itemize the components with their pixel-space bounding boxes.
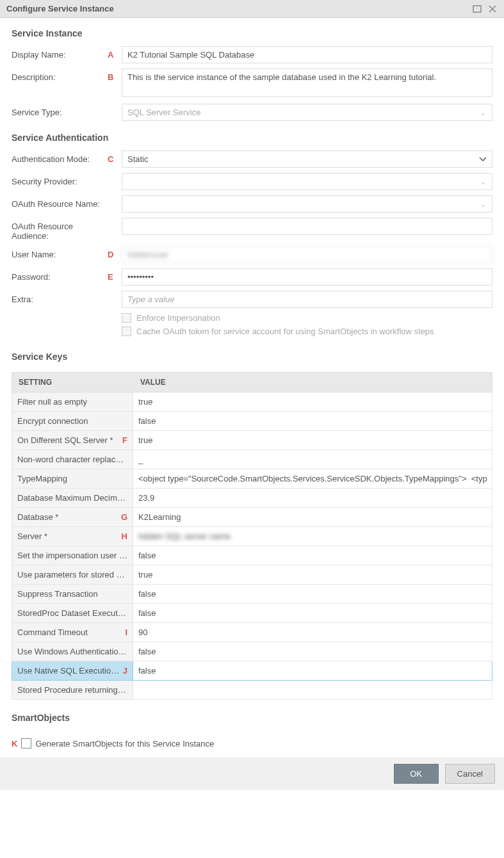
- value-cell[interactable]: [133, 546, 492, 565]
- enforce-impersonation-checkbox[interactable]: [122, 313, 131, 323]
- value-input[interactable]: [138, 685, 487, 695]
- value-input[interactable]: [138, 416, 487, 426]
- display-name-input[interactable]: [122, 46, 492, 63]
- ok-button[interactable]: OK: [394, 764, 439, 784]
- setting-cell: Non-word character replaceme…: [12, 450, 133, 469]
- table-row[interactable]: Server *H: [12, 527, 492, 546]
- setting-label: StoredProc Dataset Execution: [17, 608, 127, 618]
- setting-label: Database Maximum Decimal Va…: [17, 493, 127, 503]
- value-input[interactable]: [138, 397, 487, 407]
- value-input[interactable]: [138, 551, 487, 560]
- table-row[interactable]: Command TimeoutI: [12, 623, 492, 642]
- cache-oauth-checkbox[interactable]: [122, 327, 131, 336]
- table-row[interactable]: Non-word character replaceme…: [12, 450, 492, 469]
- value-cell[interactable]: [133, 585, 492, 604]
- cache-oauth-label: Cache OAuth token for service account fo…: [136, 327, 434, 336]
- table-row[interactable]: Database *G: [12, 508, 492, 527]
- value-cell[interactable]: [133, 508, 492, 527]
- setting-cell: Use Windows Authentication fo…: [12, 642, 133, 661]
- auth-mode-select[interactable]: Static: [122, 150, 492, 168]
- oauth-resource-label: OAuth Resource Name:: [12, 195, 108, 209]
- value-input[interactable]: [138, 474, 487, 483]
- oauth-audience-label: OAuth Resource Audience:: [12, 218, 108, 241]
- username-input[interactable]: [122, 246, 492, 263]
- value-cell[interactable]: [133, 623, 492, 642]
- value-input[interactable]: [138, 435, 487, 445]
- table-row[interactable]: Stored Procedure returning XM…: [12, 681, 492, 700]
- setting-label: Use parameters for stored proc…: [17, 570, 127, 579]
- value-cell[interactable]: [133, 489, 492, 508]
- value-input[interactable]: [138, 570, 487, 579]
- table-header: SETTING VALUE: [12, 372, 492, 393]
- value-cell[interactable]: [133, 469, 492, 489]
- oauth-resource-select[interactable]: ⌄: [122, 195, 492, 213]
- setting-label: Use Native SQL Execution *: [17, 666, 120, 676]
- table-row[interactable]: StoredProc Dataset Execution: [12, 604, 492, 623]
- value-input[interactable]: [138, 647, 487, 656]
- value-cell[interactable]: [133, 393, 492, 412]
- table-row[interactable]: Encrypt connection: [12, 412, 492, 431]
- marker-d: D: [108, 246, 122, 259]
- value-input[interactable]: [138, 455, 487, 464]
- table-row[interactable]: Filter null as empty: [12, 393, 492, 412]
- section-service-keys: Service Keys: [12, 352, 492, 362]
- security-provider-select[interactable]: ⌄: [122, 173, 492, 190]
- value-input[interactable]: [138, 589, 487, 599]
- value-cell[interactable]: [133, 450, 492, 469]
- value-input[interactable]: [138, 531, 487, 541]
- table-row[interactable]: Use parameters for stored proc…: [12, 565, 492, 585]
- value-cell[interactable]: [133, 431, 492, 450]
- svg-rect-0: [473, 6, 481, 12]
- setting-cell: Filter null as empty: [12, 393, 133, 412]
- table-row[interactable]: TypeMapping: [12, 469, 492, 489]
- extra-input[interactable]: [122, 291, 492, 308]
- value-input[interactable]: [138, 608, 487, 618]
- table-row[interactable]: Use Windows Authentication fo…: [12, 642, 492, 661]
- setting-cell: Use Native SQL Execution *J: [12, 661, 133, 681]
- setting-cell: Use parameters for stored proc…: [12, 565, 133, 585]
- setting-label: Set the impersonation user on t…: [17, 551, 127, 560]
- table-row[interactable]: Database Maximum Decimal Va…: [12, 489, 492, 508]
- value-input[interactable]: [138, 493, 487, 503]
- setting-label: Database *: [17, 512, 118, 522]
- setting-label: Encrypt connection: [17, 416, 127, 426]
- value-cell[interactable]: [133, 412, 492, 431]
- setting-label: TypeMapping: [17, 474, 127, 483]
- chevron-down-icon: ⌄: [480, 199, 487, 209]
- service-keys-table: SETTING VALUE Filter null as emptyEncryp…: [12, 372, 492, 700]
- service-type-select[interactable]: SQL Server Service ⌄: [122, 104, 492, 121]
- password-label: Password:: [12, 268, 108, 282]
- setting-cell: Stored Procedure returning XM…: [12, 681, 133, 700]
- description-input[interactable]: This is the service instance of the samp…: [122, 69, 492, 97]
- value-input[interactable]: [138, 666, 487, 676]
- oauth-audience-input[interactable]: [122, 218, 492, 235]
- value-cell[interactable]: [133, 642, 492, 661]
- value-cell[interactable]: [133, 565, 492, 585]
- value-cell[interactable]: [133, 681, 492, 700]
- setting-cell: TypeMapping: [12, 469, 133, 489]
- titlebar-controls: [472, 4, 498, 13]
- value-cell[interactable]: [133, 527, 492, 546]
- table-row[interactable]: Set the impersonation user on t…: [12, 546, 492, 565]
- value-cell[interactable]: [133, 661, 492, 681]
- setting-label: Stored Procedure returning XM…: [17, 685, 127, 695]
- generate-smartobjects-checkbox[interactable]: [21, 738, 31, 749]
- value-input[interactable]: [138, 512, 487, 522]
- maximize-icon[interactable]: [472, 4, 482, 13]
- marker-e: E: [108, 268, 122, 282]
- password-input[interactable]: [122, 268, 492, 286]
- username-label: User Name:: [12, 246, 108, 259]
- value-cell[interactable]: [133, 604, 492, 623]
- display-name-label: Display Name:: [12, 46, 108, 60]
- th-setting: SETTING: [12, 373, 134, 392]
- table-row[interactable]: On Different SQL Server *F: [12, 431, 492, 450]
- setting-label: Command Timeout: [17, 627, 122, 637]
- cancel-button[interactable]: Cancel: [445, 764, 495, 784]
- titlebar-title: Configure Service Instance: [6, 4, 114, 13]
- table-row[interactable]: Suppress Transaction: [12, 585, 492, 604]
- chevron-down-icon: ⌄: [480, 177, 487, 186]
- enforce-impersonation-row: Enforce Impersonation: [122, 313, 492, 323]
- table-row[interactable]: Use Native SQL Execution *J: [12, 661, 492, 681]
- close-icon[interactable]: [487, 4, 498, 13]
- value-input[interactable]: [138, 627, 487, 637]
